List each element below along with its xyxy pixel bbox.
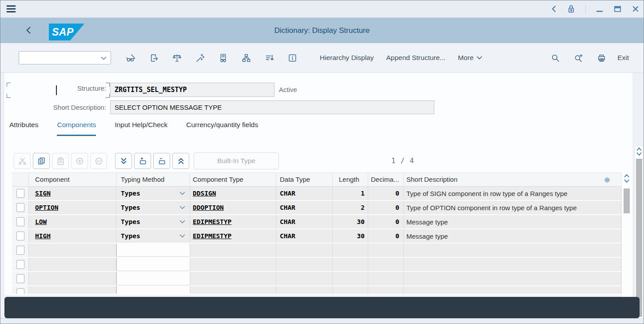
copy-icon[interactable] bbox=[33, 153, 50, 169]
length-value: 30 bbox=[357, 218, 365, 225]
menu-bar bbox=[0, 0, 644, 18]
tab[interactable]: Input Help/Check bbox=[115, 120, 167, 136]
row-checkbox[interactable] bbox=[16, 288, 24, 294]
scrollbar-thumb[interactable] bbox=[624, 188, 630, 213]
component-cell[interactable] bbox=[29, 272, 116, 285]
info-icon[interactable] bbox=[285, 50, 299, 66]
short-description-field[interactable]: SELECT OPTION MESSAGE TYPE bbox=[110, 100, 434, 114]
built-in-type-button[interactable]: Built-In Type bbox=[194, 152, 279, 169]
component-type-cell[interactable] bbox=[190, 258, 276, 271]
component-type-cell[interactable] bbox=[190, 272, 276, 285]
select-all-header[interactable] bbox=[12, 173, 29, 186]
wand-icon[interactable] bbox=[193, 50, 207, 66]
row-select-cell bbox=[12, 272, 29, 285]
lock-icon[interactable] bbox=[567, 4, 576, 14]
paste-icon[interactable] bbox=[52, 153, 69, 169]
maximize-icon[interactable] bbox=[613, 5, 622, 13]
typing-method-cell[interactable]: Types bbox=[116, 187, 190, 200]
component-type-link[interactable]: EDIPMESTYP bbox=[193, 232, 231, 240]
structure-field[interactable]: ZRGTITS_SEL_MESTYP bbox=[110, 83, 274, 97]
add-icon[interactable] bbox=[71, 153, 88, 169]
col-component-type[interactable]: Component Type bbox=[190, 173, 276, 186]
collapse-all-icon[interactable] bbox=[172, 153, 189, 169]
data-type-value: CHAR bbox=[280, 218, 295, 225]
scroll-down-icon[interactable] bbox=[636, 152, 642, 156]
row-checkbox[interactable] bbox=[16, 189, 24, 198]
component-link[interactable]: SIGN bbox=[35, 190, 51, 197]
typing-method-cell[interactable]: Types bbox=[116, 229, 190, 243]
command-input[interactable] bbox=[22, 52, 99, 64]
hierarchy-icon[interactable] bbox=[239, 50, 253, 66]
table-header-row: Component Typing Method Component Type D… bbox=[12, 172, 621, 187]
status-text: Active bbox=[279, 83, 297, 97]
component-cell[interactable] bbox=[29, 258, 116, 271]
component-link[interactable]: OPTION bbox=[35, 204, 58, 211]
row-checkbox[interactable] bbox=[16, 232, 24, 240]
chevron-down-icon[interactable] bbox=[101, 56, 107, 60]
chevron-down-icon[interactable] bbox=[179, 234, 185, 238]
component-cell[interactable] bbox=[29, 244, 116, 257]
insert-row-icon[interactable] bbox=[134, 153, 151, 169]
typing-method-cell[interactable] bbox=[116, 286, 190, 294]
append-structure-button[interactable]: Append Structure... bbox=[380, 49, 452, 67]
scroll-up-icon[interactable] bbox=[636, 147, 642, 151]
scroll-up-icon[interactable] bbox=[624, 174, 629, 178]
short-description-value: SELECT OPTION MESSAGE TYPE bbox=[115, 104, 222, 111]
delete-row-icon[interactable] bbox=[153, 153, 170, 169]
scrollbar-thumb[interactable] bbox=[636, 159, 642, 317]
expand-all-icon[interactable] bbox=[115, 153, 132, 169]
component-cell[interactable] bbox=[29, 286, 116, 294]
component-type-link[interactable]: DDSIGN bbox=[193, 190, 216, 197]
tab[interactable]: Currency/quantity fields bbox=[186, 120, 258, 136]
more-button[interactable]: More bbox=[452, 49, 489, 67]
decimals-cell bbox=[368, 244, 404, 257]
col-decimals[interactable]: Decima... bbox=[368, 173, 404, 186]
gear-icon[interactable] bbox=[604, 176, 611, 184]
cut-icon[interactable] bbox=[14, 153, 31, 169]
component-type-cell[interactable] bbox=[190, 244, 276, 257]
print-icon[interactable] bbox=[594, 50, 608, 66]
command-field[interactable] bbox=[19, 51, 111, 64]
row-checkbox[interactable] bbox=[16, 217, 24, 226]
menu-icon[interactable] bbox=[5, 4, 17, 14]
remove-icon[interactable] bbox=[90, 153, 107, 169]
close-icon[interactable] bbox=[632, 5, 640, 13]
search-icon[interactable] bbox=[548, 50, 562, 66]
chevron-down-icon[interactable] bbox=[179, 220, 185, 224]
tab[interactable]: Attributes bbox=[9, 120, 38, 136]
typing-method-cell[interactable]: Types bbox=[116, 201, 190, 214]
display-change-icon[interactable] bbox=[123, 50, 138, 66]
copy-structure-icon[interactable] bbox=[147, 50, 161, 66]
chevron-down-icon[interactable] bbox=[179, 206, 185, 210]
col-component[interactable]: Component bbox=[29, 173, 116, 186]
exit-button[interactable]: Exit bbox=[613, 54, 633, 62]
col-data-type[interactable]: Data Type bbox=[276, 173, 333, 186]
chevron-down-icon[interactable] bbox=[179, 192, 185, 196]
minimize-icon[interactable] bbox=[596, 5, 604, 13]
row-checkbox[interactable] bbox=[16, 274, 24, 283]
typing-method-cell[interactable] bbox=[116, 272, 190, 285]
component-type-cell[interactable] bbox=[190, 286, 276, 294]
check-consistency-icon[interactable] bbox=[170, 50, 184, 66]
activation-log-icon[interactable] bbox=[262, 50, 276, 66]
search-plus-icon[interactable] bbox=[571, 50, 585, 66]
row-checkbox[interactable] bbox=[16, 246, 24, 255]
typing-method-cell[interactable]: Types bbox=[116, 215, 190, 228]
typing-method-cell[interactable] bbox=[116, 244, 190, 257]
component-type-link[interactable]: DDOPTION bbox=[193, 204, 224, 211]
col-short-description[interactable]: Short Description bbox=[404, 173, 621, 186]
col-typing-method[interactable]: Typing Method bbox=[116, 173, 190, 186]
component-link[interactable]: LOW bbox=[35, 218, 47, 225]
hierarchy-display-button[interactable]: Hierarchy Display bbox=[314, 49, 380, 67]
col-length[interactable]: Length bbox=[333, 173, 368, 186]
tab[interactable]: Components bbox=[57, 120, 96, 136]
typing-method-cell[interactable] bbox=[116, 258, 190, 271]
row-checkbox[interactable] bbox=[16, 203, 24, 212]
component-link[interactable]: HIGH bbox=[35, 232, 51, 240]
component-type-link[interactable]: EDIPMESTYP bbox=[193, 218, 231, 225]
back-icon[interactable] bbox=[551, 5, 557, 13]
scroll-down-icon[interactable] bbox=[624, 179, 629, 183]
where-used-icon[interactable] bbox=[216, 50, 230, 66]
back-icon[interactable] bbox=[25, 26, 32, 35]
row-checkbox[interactable] bbox=[16, 260, 24, 269]
